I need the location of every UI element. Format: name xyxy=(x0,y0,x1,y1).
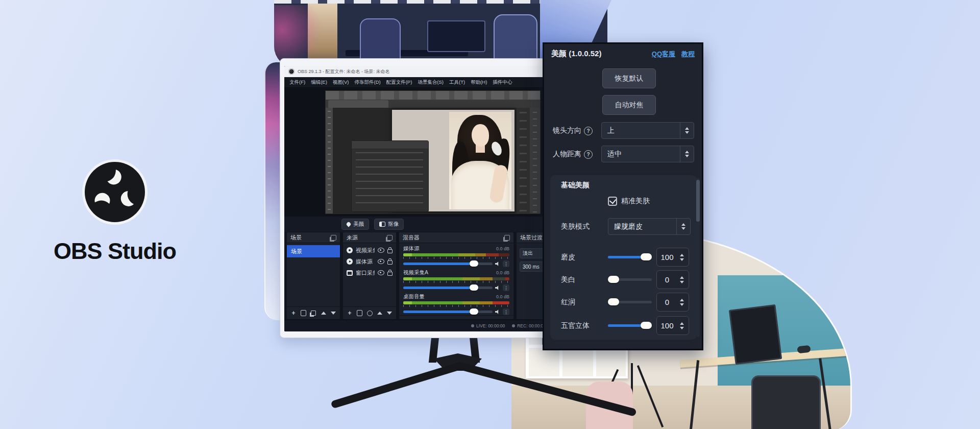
visibility-eye-icon[interactable] xyxy=(378,248,384,253)
spinner-chevrons-icon[interactable] xyxy=(677,254,689,261)
ps-document-tab xyxy=(328,100,388,108)
visibility-eye-icon[interactable] xyxy=(378,270,384,275)
beauty-panel-title: 美颜 (1.0.0.52) xyxy=(551,49,646,59)
volume-slider[interactable] xyxy=(403,287,493,289)
spinner-chevrons-icon[interactable] xyxy=(677,276,689,283)
volume-slider-handle[interactable] xyxy=(470,284,478,291)
smoothing-label: 磨皮 xyxy=(561,253,575,262)
source-row[interactable]: 媒体源 xyxy=(343,256,396,267)
skin-mode-select[interactable]: 朦胧磨皮 xyxy=(608,218,691,235)
obs-menu-bar: 文件(F) 编辑(E) 视图(V) 停靠部件(D) 配置文件(P) 场景集合(S… xyxy=(284,77,551,88)
spinner-chevrons-icon[interactable] xyxy=(677,322,689,329)
speaker-icon[interactable] xyxy=(495,261,500,267)
speaker-icon[interactable] xyxy=(495,309,500,315)
obs-app-icon xyxy=(288,68,295,75)
lock-icon[interactable] xyxy=(387,249,393,253)
move-source-down-icon[interactable] xyxy=(387,309,392,317)
channel-options-icon[interactable]: ⋮ xyxy=(503,284,509,291)
scenes-list: 场景 xyxy=(287,243,340,306)
whitening-spinner[interactable]: 0 xyxy=(656,270,689,289)
matting-tab-label: 抠像 xyxy=(388,221,399,228)
transition-duration[interactable]: 300 ms xyxy=(520,261,545,272)
scenes-toolbar: + xyxy=(287,306,340,319)
restore-defaults-button[interactable]: 恢复默认 xyxy=(602,68,656,88)
menu-plugin-center[interactable]: 插件中心 xyxy=(493,79,512,86)
mixer-channel: 媒体源 0.0 dB ⋮ xyxy=(399,243,513,267)
precise-skin-row: 精准美肤 xyxy=(608,197,650,206)
help-question-icon[interactable]: ? xyxy=(584,150,593,159)
lens-direction-label: 镜头方向 ? xyxy=(553,126,593,135)
visibility-eye-icon[interactable] xyxy=(378,259,384,264)
window-source-icon xyxy=(347,270,353,276)
menu-help[interactable]: 帮助(H) xyxy=(471,79,487,86)
menu-file[interactable]: 文件(F) xyxy=(289,79,305,86)
face-3d-slider[interactable] xyxy=(608,324,652,327)
audio-level-meter xyxy=(403,277,509,280)
source-label: 视频采集A xyxy=(356,247,375,254)
whitening-slider[interactable] xyxy=(608,278,652,281)
matting-tab-button[interactable]: 抠像 xyxy=(374,219,404,230)
menu-edit[interactable]: 编辑(E) xyxy=(311,79,327,86)
spinner-chevrons-icon[interactable] xyxy=(677,299,689,306)
rosy-slider[interactable] xyxy=(608,301,652,303)
menu-profile[interactable]: 配置文件(P) xyxy=(386,79,412,86)
add-source-icon[interactable]: + xyxy=(347,309,352,317)
face-3d-spinner[interactable]: 100 xyxy=(656,316,689,335)
smoothing-slider[interactable] xyxy=(608,256,652,258)
menu-scene-collection[interactable]: 场景集合(S) xyxy=(418,79,444,86)
sources-list: 视频采集A 媒体源 窗口采集 xyxy=(343,243,396,306)
volume-slider-handle[interactable] xyxy=(470,308,478,315)
remove-source-icon[interactable] xyxy=(357,309,362,317)
help-question-icon[interactable]: ? xyxy=(584,127,593,135)
dock-options-icon[interactable] xyxy=(504,235,510,241)
slider-handle[interactable] xyxy=(641,253,652,260)
menu-docks[interactable]: 停靠部件(D) xyxy=(354,79,380,86)
source-properties-icon[interactable] xyxy=(367,309,373,317)
rosy-spinner[interactable]: 0 xyxy=(656,293,689,312)
transition-select[interactable]: 淡出 xyxy=(520,248,545,258)
beauty-tab-button[interactable]: 美颜 xyxy=(341,219,369,230)
obs-logo-icon xyxy=(81,158,149,226)
smoothing-spinner[interactable]: 100 xyxy=(656,248,689,267)
remove-scene-icon[interactable] xyxy=(301,309,306,317)
dock-options-icon[interactable] xyxy=(331,235,336,241)
menu-view[interactable]: 视图(V) xyxy=(333,79,349,86)
lens-direction-select[interactable]: 上 xyxy=(601,122,694,139)
panel-scrollbar[interactable] xyxy=(696,178,700,337)
source-row[interactable]: 视频采集A xyxy=(343,245,396,256)
volume-slider[interactable] xyxy=(403,311,493,313)
lock-icon[interactable] xyxy=(387,260,393,265)
mixer-channel: 桌面音量 0.0 dB ⋮ xyxy=(399,291,513,315)
channel-options-icon[interactable]: ⋮ xyxy=(503,260,509,267)
volume-slider-handle[interactable] xyxy=(470,260,478,267)
channel-options-icon[interactable]: ⋮ xyxy=(503,308,509,315)
volume-slider[interactable] xyxy=(403,263,493,265)
source-row[interactable]: 窗口采集 xyxy=(343,267,396,278)
dock-options-icon[interactable] xyxy=(387,235,393,241)
move-source-up-icon[interactable] xyxy=(377,309,382,317)
duplicate-scene-icon[interactable] xyxy=(311,309,316,317)
move-scene-down-icon[interactable] xyxy=(331,309,336,317)
chevron-up-down-icon[interactable] xyxy=(680,146,694,162)
live-status: LIVE: 00:00:00 xyxy=(471,323,505,328)
ps-tab-bar xyxy=(326,100,540,108)
tutorial-link[interactable]: 教程 xyxy=(681,50,695,59)
add-scene-icon[interactable]: + xyxy=(291,309,296,317)
panel-scrollbar-thumb[interactable] xyxy=(696,180,700,222)
speaker-icon[interactable] xyxy=(495,285,500,291)
slider-handle[interactable] xyxy=(641,322,652,329)
slider-handle[interactable] xyxy=(608,298,619,305)
ps-right-panel xyxy=(517,108,530,213)
move-scene-up-icon[interactable] xyxy=(321,309,326,317)
auto-focus-button[interactable]: 自动对焦 xyxy=(602,95,656,115)
precise-skin-checkbox[interactable] xyxy=(608,197,617,206)
chevron-up-down-icon[interactable] xyxy=(680,123,694,138)
qq-support-link[interactable]: QQ客服 xyxy=(652,50,675,59)
menu-tools[interactable]: 工具(T) xyxy=(449,79,465,86)
lock-icon[interactable] xyxy=(387,272,393,276)
person-distance-select[interactable]: 适中 xyxy=(601,146,694,162)
chevron-up-down-icon[interactable] xyxy=(676,219,690,234)
scene-row-selected[interactable]: 场景 xyxy=(287,245,340,257)
slider-handle[interactable] xyxy=(608,276,619,283)
audio-level-meter xyxy=(403,253,509,256)
